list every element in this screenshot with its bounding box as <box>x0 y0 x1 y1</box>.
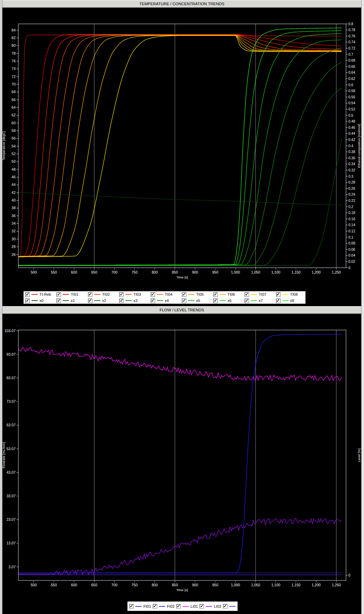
x-tick-label: 650 <box>91 583 97 587</box>
right-tick-label: 0.08 <box>348 241 355 245</box>
legend-item-TI03: ✓TI03 <box>117 291 149 297</box>
checkbox-TI05[interactable]: ✓ <box>182 292 186 297</box>
legend-label-x1: x1 <box>71 299 75 303</box>
right-tick-label: 0.14 <box>348 223 355 227</box>
right-tick-label: 0.34 <box>348 162 355 166</box>
legend-item-x5: ✓x5 <box>180 297 211 304</box>
legend-item-x6: ✓x6 <box>212 297 243 304</box>
legend-item-x4: ✓x4 <box>149 297 180 304</box>
checkbox-LI01[interactable]: ✓ <box>176 604 181 608</box>
legend-label-x6: x6 <box>228 299 232 303</box>
left-tick-label: 93.07 <box>7 352 16 356</box>
left-tick-label: 62 <box>11 113 16 117</box>
right-tick-label: 0.46 <box>348 126 355 130</box>
right-tick-label: 0.26 <box>348 187 355 190</box>
left-tick-label: 40 <box>11 198 16 202</box>
right-tick-label: 0 <box>348 573 350 577</box>
x-tick-label: 650 <box>91 270 97 274</box>
x-tick-label: 1,050 <box>251 583 260 587</box>
checkbox-TI02[interactable]: ✓ <box>88 292 92 297</box>
checkbox-TI07[interactable]: ✓ <box>245 292 249 297</box>
left-tick-label: 78 <box>11 51 16 55</box>
legend-item-x7: ✓x7 <box>243 297 274 304</box>
checkbox-x8[interactable]: ✓ <box>276 299 281 303</box>
legend-item-x2: ✓x2 <box>86 297 117 304</box>
x-axis: 5005506006507007508008509009501,0001,050… <box>21 580 344 592</box>
series-TI04 <box>18 35 341 257</box>
legend-item-x3: ✓x3 <box>117 297 149 304</box>
left-tick-label: 3.07 <box>9 565 16 569</box>
checkbox-TI-Reb[interactable]: ✓ <box>25 292 30 297</box>
series-TI-Reb <box>18 35 341 257</box>
temperature-concentration-legend: ✓TI-Reb✓TI01✓TI02✓TI03✓TI04✓TI05✓TI06✓TI… <box>23 291 306 304</box>
legend-dash-TI02 <box>94 294 100 295</box>
checkbox-x2[interactable]: ✓ <box>88 299 92 303</box>
legend-label-x0: x0 <box>39 299 44 303</box>
series-TI01 <box>18 34 341 256</box>
right-tick-label: 0.2 <box>348 205 353 209</box>
left-tick-label: 30 <box>11 237 16 241</box>
legend-dash-TI04 <box>157 294 163 295</box>
legend-dash-x3 <box>125 300 132 301</box>
gridlines <box>94 330 336 580</box>
legend-dash-x7 <box>251 300 257 301</box>
right-tick-label: 0.16 <box>348 217 355 221</box>
window-right-edge <box>361 0 364 614</box>
left-axis: 8482807876747270686664626058565452504846… <box>2 26 18 257</box>
right-tick-label: 0.58 <box>348 89 355 93</box>
checkbox-x3[interactable]: ✓ <box>119 299 124 303</box>
left-tick-label: 74 <box>11 66 16 71</box>
x-axis-title: Time [s] <box>176 275 188 279</box>
checkbox-TI04[interactable]: ✓ <box>151 292 155 297</box>
legend-dash-FI02 <box>159 606 165 607</box>
legend-item-TI-Reb: ✓TI-Reb <box>24 291 55 297</box>
left-tick-label: 23.07 <box>7 517 16 522</box>
series-LI01 <box>18 347 341 381</box>
right-tick-label: 0.64 <box>348 71 355 74</box>
series-TI02 <box>18 35 341 257</box>
legend-item-x1: ✓x1 <box>55 297 86 304</box>
checkbox-x0[interactable]: ✓ <box>25 299 30 303</box>
left-tick-label: 54 <box>11 144 16 148</box>
checkbox-x6[interactable]: ✓ <box>213 299 218 303</box>
legend-dash-LI01 <box>183 606 189 607</box>
checkbox-x7[interactable]: ✓ <box>245 299 249 303</box>
legend-label-TI03: TI03 <box>133 292 141 296</box>
right-tick-label: 0.56 <box>348 95 355 99</box>
right-tick-label: 0.3 <box>348 175 353 178</box>
series-TI06 <box>18 35 341 257</box>
x-tick-label: 700 <box>112 583 118 587</box>
right-axis-title: Ethanol composition [mol/mol] <box>357 124 361 168</box>
checkbox-LI02[interactable]: ✓ <box>199 604 204 608</box>
checkbox-TI01[interactable]: ✓ <box>56 292 61 297</box>
x-tick-label: 600 <box>71 270 77 274</box>
checkbox-x5[interactable]: ✓ <box>182 299 186 303</box>
legend-label-x7: x7 <box>259 299 263 303</box>
right-tick-label: 0.66 <box>348 65 355 69</box>
legend-label-LI02: LI02 <box>214 604 221 608</box>
x-tick-label: 600 <box>71 583 77 587</box>
series-x2 <box>18 88 341 266</box>
checkbox-x1[interactable]: ✓ <box>56 299 61 303</box>
checkbox-FI02[interactable]: ✓ <box>153 604 157 608</box>
series-x4 <box>18 48 341 266</box>
legend-label-x3: x3 <box>133 299 137 303</box>
right-tick-label: 0.5 <box>348 114 353 117</box>
right-tick-label: 0.24 <box>348 193 355 196</box>
checkbox-x4[interactable]: ✓ <box>151 299 155 303</box>
right-tick-label: 0.7 <box>348 53 353 56</box>
left-tick-label: 38 <box>11 206 16 210</box>
legend-label-FI02: FI02 <box>167 604 175 608</box>
x-tick-label: 1,250 <box>332 583 341 587</box>
right-tick-label: 0.28 <box>348 180 355 184</box>
right-tick-label: 0.38 <box>348 150 355 154</box>
left-tick-label: 73.07 <box>7 399 16 403</box>
x-tick-label: 550 <box>51 270 57 274</box>
checkbox-TI08[interactable]: ✓ <box>276 292 281 297</box>
checkbox-LI03[interactable]: ✓ <box>223 604 228 608</box>
checkbox-TI03[interactable]: ✓ <box>119 292 124 297</box>
x-tick-label: 950 <box>212 270 219 274</box>
left-tick-label: 53.07 <box>7 447 16 451</box>
checkbox-FI01[interactable]: ✓ <box>129 604 134 608</box>
checkbox-TI06[interactable]: ✓ <box>213 292 218 297</box>
